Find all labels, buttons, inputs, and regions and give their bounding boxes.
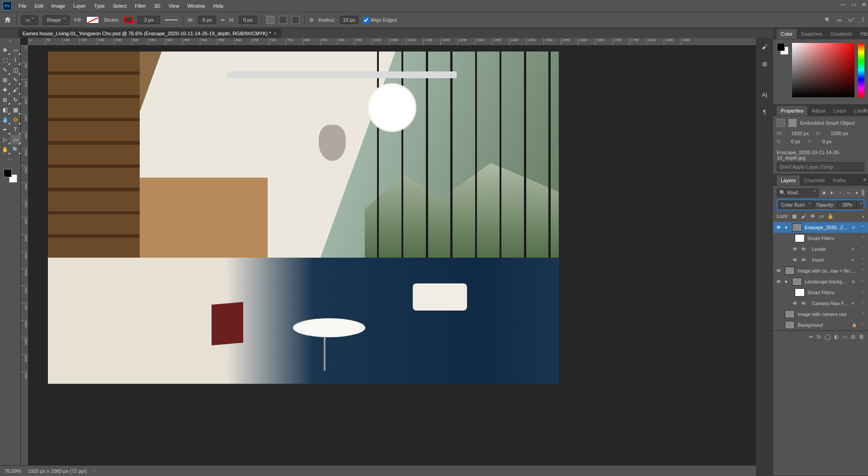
history-brush-tool[interactable]: ↻	[10, 95, 21, 105]
clone-panel-icon[interactable]: ⊞	[760, 59, 769, 69]
opacity-chevron-icon[interactable]: ˅	[860, 202, 863, 208]
filter-type-icon[interactable]: T	[837, 189, 844, 196]
visibility-icon[interactable]: 👁	[775, 279, 782, 284]
share-icon[interactable]: ⤴	[862, 17, 864, 23]
layer-thumbnail[interactable]	[795, 288, 805, 297]
filter-smart-icon[interactable]: ◈	[853, 189, 860, 196]
layer-fx-icon[interactable]: fx	[817, 334, 821, 340]
home-icon[interactable]	[4, 16, 12, 24]
prop-x-value[interactable]: 0 px	[791, 139, 801, 144]
crop-tool[interactable]: ◫	[10, 65, 21, 75]
color-fg-bg[interactable]	[777, 43, 788, 55]
menu-help[interactable]: Help	[209, 1, 228, 11]
layer-row[interactable]: 👁Image with ca...raw + No back⌃	[773, 265, 868, 276]
close-icon[interactable]: ✕	[862, 1, 866, 8]
ruler-horizontal[interactable]: 0501001502002503003504004505005506006507…	[28, 38, 756, 45]
layer-chevron-icon[interactable]: ⌃	[861, 246, 866, 252]
edit-toolbar[interactable]: ⋯	[0, 155, 21, 165]
layer-chevron-icon[interactable]: ⌃	[861, 236, 866, 241]
filter-options-icon[interactable]: ≡	[852, 247, 858, 251]
gear-icon[interactable]: ⚙	[309, 17, 314, 23]
filter-adj-icon[interactable]: ◐	[829, 189, 835, 196]
tab-color[interactable]: Color	[777, 29, 797, 39]
color-field[interactable]	[792, 43, 854, 97]
shape-mode-dropdown[interactable]: Shape˅	[42, 15, 70, 25]
tab-channels[interactable]: Channels	[800, 175, 829, 185]
eraser-tool[interactable]: ◧	[0, 105, 10, 115]
visibility-icon[interactable]: 👁	[791, 257, 798, 263]
healing-tool[interactable]: ✚	[0, 85, 10, 95]
layer-name[interactable]: Image with ca...raw + No back	[797, 268, 858, 273]
brush-panel-icon[interactable]: 🖌	[760, 42, 769, 52]
layer-row[interactable]: 👁👁Levels≡⌃	[773, 244, 868, 254]
tab-learn[interactable]: Learn	[830, 106, 850, 116]
layer-chevron-icon[interactable]: ⌃	[861, 311, 866, 317]
move-tool[interactable]: ✥	[0, 45, 10, 55]
stroke-swatch[interactable]	[124, 17, 133, 23]
path-arrange-icon[interactable]	[292, 16, 300, 24]
rectangle-tool[interactable]: ▭	[10, 135, 21, 145]
doc-dimensions[interactable]: 1920 px x 1080 px (72 ppi)	[28, 468, 86, 474]
fg-bg-colors[interactable]	[4, 169, 17, 183]
tool-preset-dropdown[interactable]: ▭ ˅	[21, 15, 38, 25]
filter-shape-icon[interactable]: ▭	[845, 189, 852, 196]
menu-view[interactable]: View	[165, 1, 184, 11]
prop-h-value[interactable]: 1080 px	[830, 131, 848, 136]
delete-layer-icon[interactable]: 🗑	[859, 334, 864, 340]
menu-filter[interactable]: Filter	[131, 1, 150, 11]
character-panel-icon[interactable]: A|	[760, 90, 769, 99]
height-input[interactable]: 0 px	[239, 16, 257, 24]
layer-row[interactable]: 👁👁Invert≡⌃	[773, 254, 868, 265]
menu-image[interactable]: Image	[47, 1, 70, 11]
layer-chevron-icon[interactable]: ⌃	[861, 279, 866, 285]
prop-w-value[interactable]: 1920 px	[791, 131, 809, 136]
layer-chevron-icon[interactable]: ⌃	[861, 322, 866, 328]
layer-name[interactable]: Image with camera raw	[797, 311, 858, 317]
tab-gradients[interactable]: Gradients	[826, 29, 856, 39]
pen-tool[interactable]: ✒	[0, 125, 10, 135]
layer-chevron-icon[interactable]: ⌃	[861, 225, 866, 231]
type-tool[interactable]: T	[10, 125, 21, 135]
artboard-tool[interactable]: ▭	[10, 45, 21, 55]
layer-chevron-icon[interactable]: ⌃	[861, 268, 866, 274]
filter-toggle[interactable]	[862, 189, 864, 196]
visibility-icon[interactable]: 👁	[775, 268, 782, 273]
opacity-input[interactable]: 20%	[837, 201, 857, 209]
panel-menu-icon[interactable]: ≡	[863, 107, 866, 113]
tab-paths[interactable]: Paths	[829, 175, 850, 185]
lock-pixels-icon[interactable]: 🖌	[800, 213, 807, 219]
menu-window[interactable]: Window	[183, 1, 209, 11]
eyedropper-tool[interactable]: ✎	[10, 75, 21, 85]
layer-comp-button[interactable]: Don't Apply Layer Comp	[777, 162, 864, 171]
maximize-icon[interactable]: ▭	[851, 1, 856, 8]
filter-vis-icon[interactable]: 👁	[801, 246, 809, 252]
filter-options-icon[interactable]: ≡	[852, 258, 858, 262]
link-layers-icon[interactable]: ⇔	[809, 334, 813, 340]
layer-name[interactable]: Enscape_2020...26-19_depth	[805, 225, 849, 230]
layer-thumbnail[interactable]	[785, 267, 795, 275]
layer-thumbnail[interactable]	[792, 278, 802, 286]
expand-caret-icon[interactable]: ▾	[785, 279, 789, 285]
hue-slider[interactable]	[858, 43, 864, 97]
lock-artboard-icon[interactable]: ▭	[818, 213, 825, 219]
menu-file[interactable]: File	[14, 1, 31, 11]
clone-tool[interactable]: ⊞	[0, 95, 10, 105]
new-layer-icon[interactable]: ⊞	[851, 334, 855, 340]
zoom-tool[interactable]: 🔍	[10, 145, 21, 155]
layer-name[interactable]: Smart Filters	[807, 290, 858, 295]
layer-thumbnail[interactable]	[795, 234, 805, 242]
ruler-vertical[interactable]: 0501001502002503003504004505005506006507…	[21, 45, 28, 465]
layer-thumbnail[interactable]	[792, 223, 802, 231]
dodge-tool[interactable]: 🔅	[10, 115, 21, 125]
filter-pixel-icon[interactable]: ▦	[821, 189, 827, 196]
layer-row[interactable]: Smart Filters⌃	[773, 287, 868, 298]
lasso-tool[interactable]: ⌇	[10, 55, 21, 65]
layer-chevron-icon[interactable]: ⌃	[861, 301, 866, 306]
layer-row[interactable]: 👁👁Camera Raw Filter≡⌃	[773, 298, 868, 309]
quick-select-tool[interactable]: ✎	[0, 65, 10, 75]
marquee-tool[interactable]: ⬚	[0, 55, 10, 65]
align-edges-checkbox[interactable]: Align Edges	[363, 17, 397, 23]
panel-menu-icon[interactable]: ≡	[863, 177, 866, 182]
tab-swatches[interactable]: Swatches	[797, 29, 826, 39]
menu-type[interactable]: Type	[90, 1, 109, 11]
